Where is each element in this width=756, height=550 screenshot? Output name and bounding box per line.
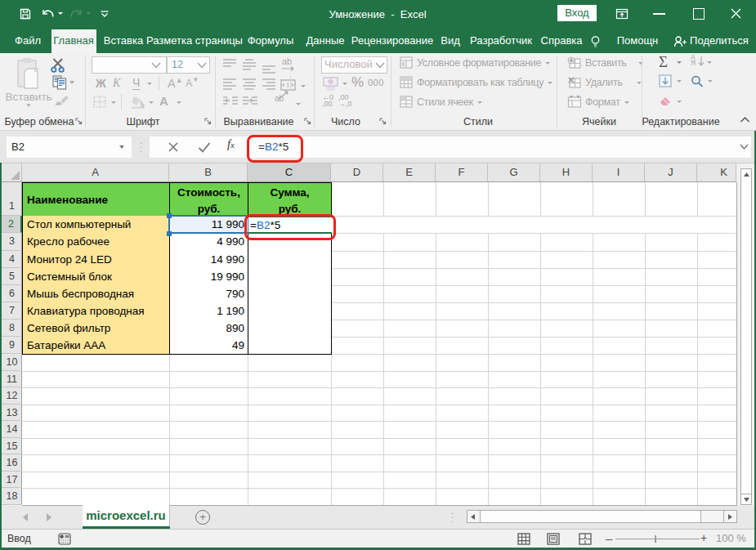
svg-text:ab: ab: [282, 58, 292, 66]
svg-text:ab: ab: [275, 94, 284, 103]
